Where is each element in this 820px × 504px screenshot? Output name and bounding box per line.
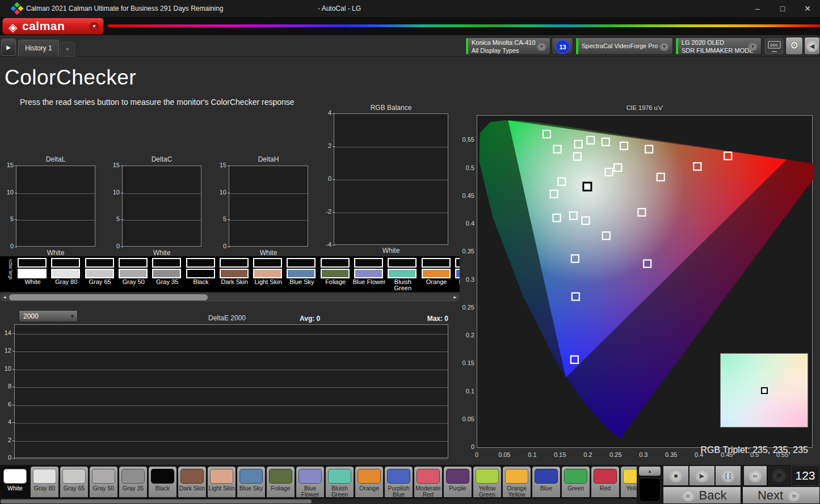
target-swatch	[354, 269, 383, 278]
pattern-swatch-button[interactable]: Blue Sky	[237, 466, 266, 498]
pattern-panel-up-button[interactable]: ▲	[638, 466, 661, 476]
swatch-color-chip	[210, 469, 233, 484]
chart-title: DeltaC	[122, 155, 201, 163]
target-swatch	[287, 269, 316, 278]
panel-expand-button[interactable]: ▶	[1, 39, 16, 56]
scrollbar-thumb[interactable]	[9, 294, 208, 300]
swatch-label: Black	[149, 485, 176, 492]
ddc-button[interactable]: DDC	[765, 39, 783, 54]
swatch-color-chip	[3, 469, 27, 484]
patch-result-cell: Blue Sky	[285, 256, 318, 292]
scrollbar-thumb[interactable]	[1, 499, 312, 503]
swatch-label: Purple	[444, 485, 472, 492]
delta-e-formula-dropdown[interactable]: 2000 ▼	[19, 310, 78, 322]
swatch-color-chip	[387, 469, 410, 484]
pattern-swatch-list: WhiteGray 80Gray 65Gray 50Gray 35BlackDa…	[0, 466, 637, 498]
pattern-swatch-button[interactable]: Red	[591, 466, 620, 498]
close-button[interactable]: ✕	[795, 0, 820, 17]
pattern-swatch-button[interactable]: Blue Flower	[296, 466, 325, 498]
page-title: ColorChecker	[5, 66, 136, 90]
pattern-swatch-button[interactable]: Black	[148, 466, 177, 498]
target-swatch	[220, 269, 249, 278]
actual-swatch	[455, 258, 460, 268]
pattern-swatch-button[interactable]: Purple	[443, 466, 472, 498]
next-button[interactable]: Next»	[742, 486, 820, 504]
swatch-color-chip	[505, 469, 528, 484]
pattern-window-preview[interactable]	[640, 478, 660, 501]
back-label: Back	[699, 488, 727, 502]
chevron-down-icon[interactable]: ▼	[90, 22, 99, 31]
gridline	[15, 441, 448, 442]
patch-result-cell: Bluish Green	[386, 256, 419, 292]
pattern-swatch-button[interactable]: Moderate Red	[414, 466, 443, 498]
stop-button[interactable]: ■	[663, 465, 689, 486]
gridline	[15, 405, 448, 406]
source-select-button[interactable]: SpectraCal VideoForge Pro ▼	[575, 37, 673, 55]
patch-strip-scrollbar[interactable]: ◄ ►	[0, 293, 460, 302]
swatch-color-chip	[594, 469, 617, 484]
pattern-swatch-button[interactable]: Orange Yellow	[502, 466, 531, 498]
swatch-color-chip	[62, 469, 86, 484]
y-tick-mark	[121, 193, 123, 193]
meter-count-badge[interactable]: 13	[556, 40, 570, 54]
back-button[interactable]: «Back	[663, 486, 741, 504]
target-swatch	[152, 269, 181, 278]
add-tab-button[interactable]: +	[60, 42, 75, 57]
calman-menu-button[interactable]: ◈ calman ▼	[2, 18, 104, 35]
pattern-swatch-button[interactable]: Gray 35	[119, 466, 148, 498]
refresh-button[interactable]: ⟳	[767, 465, 791, 486]
pattern-swatch-button[interactable]: Yellow	[620, 466, 637, 498]
pattern-swatch-button[interactable]: Orange	[355, 466, 384, 498]
pattern-swatch-button[interactable]: Gray 80	[30, 466, 59, 498]
swatch-label: Gray 80	[31, 485, 58, 492]
continuous-read-button[interactable]: ∞	[743, 465, 767, 486]
meter-badge-plate: 13	[552, 37, 573, 55]
settings-button[interactable]: ⚙	[785, 37, 803, 55]
scroll-right-icon[interactable]: ►	[451, 293, 459, 302]
patch-result-cell: Purplish Blue	[453, 256, 460, 292]
window-title: Calman 2021 Calman Ultimate for Business…	[26, 5, 224, 12]
y-tick-mark	[12, 441, 15, 441]
scroll-left-icon[interactable]: ◄	[1, 293, 9, 302]
chevron-down-icon[interactable]: ▼	[659, 43, 669, 51]
gridline	[15, 387, 448, 388]
pattern-swatch-button[interactable]: Light Skin	[207, 466, 236, 498]
pattern-swatch-button[interactable]: Purplish Blue	[384, 466, 413, 498]
pattern-swatch-button[interactable]: Blue	[532, 466, 561, 498]
calman-wordmark: calman	[22, 19, 65, 33]
cie-y-tick-label: 0.55	[460, 136, 474, 143]
patch-label: Blue Flower	[352, 279, 386, 285]
target-swatch	[321, 269, 350, 278]
tab-history-1[interactable]: History 1	[18, 40, 59, 57]
patch-result-cell: Dark Skin	[218, 256, 251, 292]
pattern-swatch-button[interactable]: Gray 65	[60, 466, 89, 498]
pattern-swatch-button[interactable]: Gray 50	[89, 466, 118, 498]
y-tick-label: 15	[106, 162, 120, 168]
refresh-icon: ⟳	[772, 469, 786, 482]
cie-x-tick-label: 0.05	[494, 451, 515, 458]
collapse-panel-button[interactable]: ◀	[804, 37, 820, 55]
gridline	[229, 220, 308, 221]
swatch-label: Gray 50	[90, 485, 117, 492]
y-tick-label: 10	[213, 189, 226, 196]
swatch-label: Yellow	[621, 485, 637, 492]
pattern-swatch-button[interactable]: Green	[561, 466, 590, 498]
y-tick-label: 10	[106, 189, 120, 196]
pattern-swatch-button[interactable]: Yellow Green	[473, 466, 502, 498]
read-series-button[interactable]: [·]	[715, 465, 741, 486]
minimize-button[interactable]: –	[745, 0, 770, 17]
play-button[interactable]: ▶	[689, 465, 715, 486]
maximize-button[interactable]: □	[770, 0, 795, 17]
display-select-button[interactable]: LG 2020 OLED SDR FILMMAKER MODE ▼	[675, 37, 762, 55]
pattern-list-scrollbar[interactable]: ►	[0, 499, 650, 504]
meter-select-button[interactable]: Konica Minolta CA-410 All Display Types …	[465, 37, 550, 55]
chevron-down-icon[interactable]: ▼	[537, 43, 546, 51]
cie-y-tick-label: 0.35	[460, 248, 474, 255]
chevron-down-icon[interactable]: ▼	[748, 43, 758, 51]
y-tick-label: 2	[0, 437, 11, 443]
pattern-swatch-button[interactable]: Dark Skin	[178, 466, 207, 498]
pattern-swatch-button[interactable]: Bluish Green	[325, 466, 354, 498]
pattern-swatch-button[interactable]: Foliage	[266, 466, 295, 498]
pattern-swatch-button[interactable]: White	[1, 466, 30, 498]
patch-label: Gray 35	[150, 279, 184, 285]
